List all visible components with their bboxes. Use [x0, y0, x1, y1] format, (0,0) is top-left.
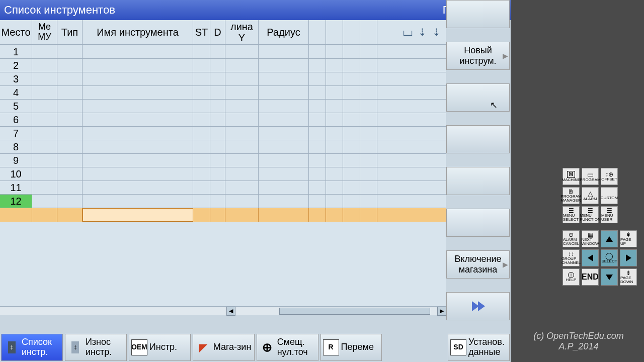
- table-row[interactable]: 3: [0, 72, 446, 86]
- coolant2-icon: ⇣: [430, 26, 443, 39]
- chevron-right-icon: ▶: [503, 260, 508, 268]
- origin-icon: ⊕: [259, 339, 275, 355]
- coolant1-icon: ⇣: [416, 26, 429, 39]
- empty-area: [0, 222, 446, 306]
- softkey-b3-oem-tool[interactable]: OEM Инстр.: [129, 334, 191, 361]
- kp-end[interactable]: END: [582, 268, 599, 286]
- table-row[interactable]: 9: [0, 154, 446, 167]
- col-tip: Тип: [57, 20, 83, 44]
- table-row[interactable]: 11: [0, 181, 446, 195]
- softkeys-right: Новый инструм.▶ Включение магазина▶: [446, 20, 511, 334]
- kp-program-manager[interactable]: 🗎PROGRAM MANAGER: [562, 187, 580, 204]
- arrow-right-icon: [626, 254, 631, 261]
- scroll-right-button[interactable]: ▶: [437, 307, 446, 316]
- kp-menu-user[interactable]: ☰MENU USER: [601, 206, 618, 223]
- kp-offset[interactable]: ↕⊕OFFSET: [601, 168, 618, 185]
- keypad: MMACHINE ▭PROGRAM ↕⊕OFFSET 🗎PROGRAM MANA…: [562, 168, 637, 286]
- kp-page-down[interactable]: ⇟PAGE DOWN: [620, 268, 637, 286]
- softkey-r7-magazine[interactable]: Включение магазина▶: [446, 250, 510, 279]
- horizontal-scrollbar[interactable]: ◀ ▶: [0, 306, 446, 315]
- col-d: D: [210, 20, 225, 44]
- tool-table: Место Ме МУ Тип Имя инструмента ST D лин…: [0, 20, 446, 315]
- softkey-b6-variable[interactable]: R Переме: [320, 334, 382, 361]
- kp-page-up[interactable]: ⇞PAGE UP: [620, 230, 637, 247]
- arrow-down-icon: [606, 275, 613, 280]
- title-bar: Список инструментов Память ЧПУ: [0, 0, 511, 20]
- table-row[interactable]: 7: [0, 127, 446, 140]
- kp-right[interactable]: [620, 249, 637, 266]
- softkey-b7-setting-data[interactable]: SD Установ. данные: [448, 334, 510, 361]
- table-row[interactable]: 10: [0, 167, 446, 181]
- kp-up[interactable]: [601, 230, 618, 247]
- kp-left[interactable]: [582, 249, 599, 266]
- sd-icon: SD: [450, 339, 466, 355]
- col-radius: Радиус: [259, 20, 309, 44]
- kp-group-channel[interactable]: ↕↕GROUP CHANNEL: [562, 249, 580, 266]
- softkey-b1-tool-list[interactable]: ↕ Список инстр.: [1, 334, 63, 361]
- table-rows: 123456789101112: [0, 45, 446, 208]
- tool-wear-icon: ↕: [67, 339, 84, 355]
- table-row[interactable]: 5: [0, 100, 446, 113]
- tool-list-icon: ↕: [4, 339, 20, 355]
- kp-machine[interactable]: MMACHINE: [562, 168, 580, 185]
- arrow-left-icon: [588, 254, 593, 261]
- col-name: Имя инструмента: [83, 20, 193, 44]
- col-icons: ⌴ ⇣ ⇣: [377, 20, 446, 44]
- table-row[interactable]: 12: [0, 195, 446, 208]
- arrow-up-icon: [606, 236, 613, 242]
- softkey-r2-new-tool[interactable]: Новый инструм.▶: [446, 42, 510, 70]
- oem-icon: OEM: [131, 339, 147, 355]
- softkeys-bottom: ↕ Список инстр. ↕ Износ инстр. OEM Инстр…: [0, 333, 511, 362]
- kp-menu-function[interactable]: ☰MENU FUNCTION: [582, 206, 599, 223]
- softkey-b4-magazine[interactable]: ◤ Мага-зин: [193, 334, 255, 361]
- kp-next-window[interactable]: ▦NEXT WINDOW: [582, 230, 599, 247]
- chevron-right-icon: ▶: [503, 52, 508, 60]
- col-misc1: [309, 20, 326, 44]
- col-misc3: [343, 20, 360, 44]
- table-row[interactable]: 1: [0, 45, 446, 59]
- table-row[interactable]: 4: [0, 86, 446, 100]
- col-tinay: лина Y: [225, 20, 259, 44]
- col-misc4: [360, 20, 377, 44]
- table-row[interactable]: 8: [0, 140, 446, 154]
- softkey-b5-work-offset[interactable]: ⊕ Смещ. нул.точ: [257, 334, 318, 361]
- softkey-r5[interactable]: [446, 167, 510, 195]
- col-memu: Ме МУ: [32, 20, 57, 44]
- kp-custom[interactable]: CUSTOM: [601, 187, 618, 204]
- magazine-icon: ◤: [195, 339, 211, 355]
- softkey-b2-tool-wear[interactable]: ↕ Износ инстр.: [65, 334, 127, 361]
- col-misc2: [326, 20, 343, 44]
- scroll-thumb[interactable]: [279, 308, 430, 315]
- kp-menu-select[interactable]: ☰MENU SELECT: [562, 206, 580, 223]
- r-icon: R: [323, 339, 339, 355]
- kp-select[interactable]: ◯SELECT: [601, 249, 618, 266]
- right-panel: MMACHINE ▭PROGRAM ↕⊕OFFSET 🗎PROGRAM MANA…: [511, 0, 644, 362]
- column-headers: Место Ме МУ Тип Имя инструмента ST D лин…: [0, 20, 446, 45]
- table-row[interactable]: 6: [0, 113, 446, 127]
- kp-alarm[interactable]: △ALARM: [582, 187, 599, 204]
- col-mesto: Место: [0, 20, 32, 44]
- col-st: ST: [193, 20, 210, 44]
- copyright: (c) OpenTechEdu.com A.P_2014: [523, 331, 634, 352]
- softkey-r4[interactable]: [446, 125, 510, 153]
- title-left: Список инструментов: [4, 4, 115, 17]
- seat-icon: ⌴: [401, 26, 415, 39]
- softkey-r1[interactable]: [446, 0, 510, 28]
- softkey-r6[interactable]: [446, 209, 510, 237]
- kp-help[interactable]: iHELP: [562, 268, 580, 286]
- scroll-left-button[interactable]: ◀: [226, 307, 235, 316]
- input-row[interactable]: [0, 208, 446, 222]
- softkey-r8-continue[interactable]: [446, 292, 510, 320]
- table-row[interactable]: 2: [0, 59, 446, 72]
- softkey-r3[interactable]: [446, 83, 510, 112]
- kp-program[interactable]: ▭PROGRAM: [582, 168, 599, 185]
- tool-name-input[interactable]: [83, 208, 193, 222]
- kp-down[interactable]: [601, 268, 618, 286]
- kp-alarm-cancel[interactable]: ⊖ALARM CANCEL: [562, 230, 580, 247]
